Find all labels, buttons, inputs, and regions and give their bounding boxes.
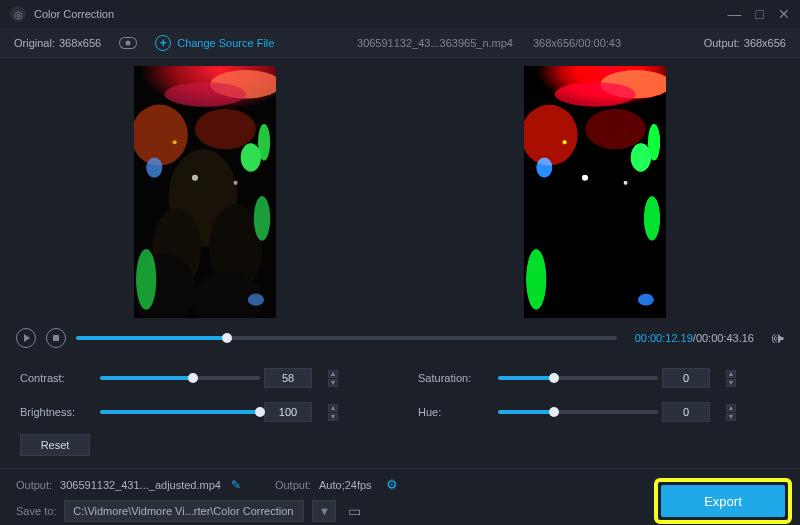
source-info-bar: Original: 368x656 + Change Source File 3… (0, 28, 800, 58)
contrast-slider[interactable] (100, 376, 260, 380)
output-file-label: Output: (16, 479, 52, 491)
contrast-spinner[interactable]: ▲▼ (328, 370, 340, 387)
close-button[interactable]: ✕ (778, 7, 790, 21)
color-controls: Contrast: 58 ▲▼ Saturation: 0 ▲▼ Brightn… (0, 356, 800, 424)
timeline-thumb[interactable] (222, 333, 232, 343)
preview-toggle-icon[interactable] (119, 37, 137, 49)
source-dims-duration: 368x656/00:00:43 (533, 37, 621, 49)
time-total: 00:00:43.16 (696, 332, 754, 344)
spin-up-icon[interactable]: ▲ (726, 370, 736, 378)
output-dims: 368x656 (744, 37, 786, 49)
spin-down-icon[interactable]: ▼ (726, 379, 736, 387)
save-path-box[interactable]: C:\Vidmore\Vidmore Vi...rter\Color Corre… (64, 500, 304, 522)
original-dims: 368x656 (59, 37, 101, 49)
output-file-name: 306591132_431..._adjusted.mp4 (60, 479, 221, 491)
spin-up-icon[interactable]: ▲ (328, 404, 338, 412)
titlebar: ◎ Color Correction — □ ✕ (0, 0, 800, 28)
time-display: 00:00:12.19/00:00:43.16 (635, 332, 754, 344)
hue-value[interactable]: 0 (662, 402, 710, 422)
hue-label: Hue: (418, 406, 494, 418)
preview-area (0, 58, 800, 320)
output-settings-value: Auto;24fps (319, 479, 372, 491)
original-label: Original: (14, 37, 55, 49)
spin-up-icon[interactable]: ▲ (328, 370, 338, 378)
settings-gear-icon[interactable]: ⚙ (386, 477, 398, 492)
export-button[interactable]: Export (661, 485, 785, 517)
footer: Output: 306591132_431..._adjusted.mp4 ✎ … (0, 469, 800, 525)
time-current: 00:00:12.19 (635, 332, 693, 344)
hue-slider[interactable] (498, 410, 658, 414)
stop-icon (53, 335, 59, 341)
saturation-value[interactable]: 0 (662, 368, 710, 388)
saturation-label: Saturation: (418, 372, 494, 384)
saturation-slider[interactable] (498, 376, 658, 380)
save-to-label: Save to: (16, 505, 56, 517)
reset-button[interactable]: Reset (20, 434, 90, 456)
stop-button[interactable] (46, 328, 66, 348)
change-source-link[interactable]: Change Source File (177, 37, 274, 49)
output-preview (410, 68, 780, 316)
save-path-dropdown[interactable]: ▼ (312, 500, 336, 522)
spin-down-icon[interactable]: ▼ (328, 379, 338, 387)
brightness-slider[interactable] (100, 410, 260, 414)
brightness-label: Brightness: (20, 406, 96, 418)
saturation-spinner[interactable]: ▲▼ (726, 370, 738, 387)
window-title: Color Correction (34, 8, 114, 20)
spin-up-icon[interactable]: ▲ (726, 404, 736, 412)
contrast-value[interactable]: 58 (264, 368, 312, 388)
rename-icon[interactable]: ✎ (231, 478, 241, 492)
output-label: Output: (704, 37, 740, 49)
contrast-label: Contrast: (20, 372, 96, 384)
play-icon (24, 334, 30, 342)
maximize-button[interactable]: □ (756, 7, 764, 21)
playback-bar: 00:00:12.19/00:00:43.16 🕪 (0, 320, 800, 356)
timeline-fill (76, 336, 227, 340)
spin-down-icon[interactable]: ▼ (328, 413, 338, 421)
export-highlight: Export (654, 478, 792, 524)
brightness-value[interactable]: 100 (264, 402, 312, 422)
play-button[interactable] (16, 328, 36, 348)
volume-icon[interactable]: 🕪 (770, 330, 784, 346)
original-preview (20, 68, 390, 316)
source-filename: 306591132_43...363965_n.mp4 (357, 37, 513, 49)
minimize-button[interactable]: — (728, 7, 742, 21)
timeline-slider[interactable] (76, 336, 617, 340)
spin-down-icon[interactable]: ▼ (726, 413, 736, 421)
open-folder-icon[interactable]: ▭ (348, 503, 361, 519)
app-logo-icon: ◎ (10, 6, 26, 22)
output-settings-label: Output: (275, 479, 311, 491)
hue-spinner[interactable]: ▲▼ (726, 404, 738, 421)
brightness-spinner[interactable]: ▲▼ (328, 404, 340, 421)
add-source-icon[interactable]: + (155, 35, 171, 51)
